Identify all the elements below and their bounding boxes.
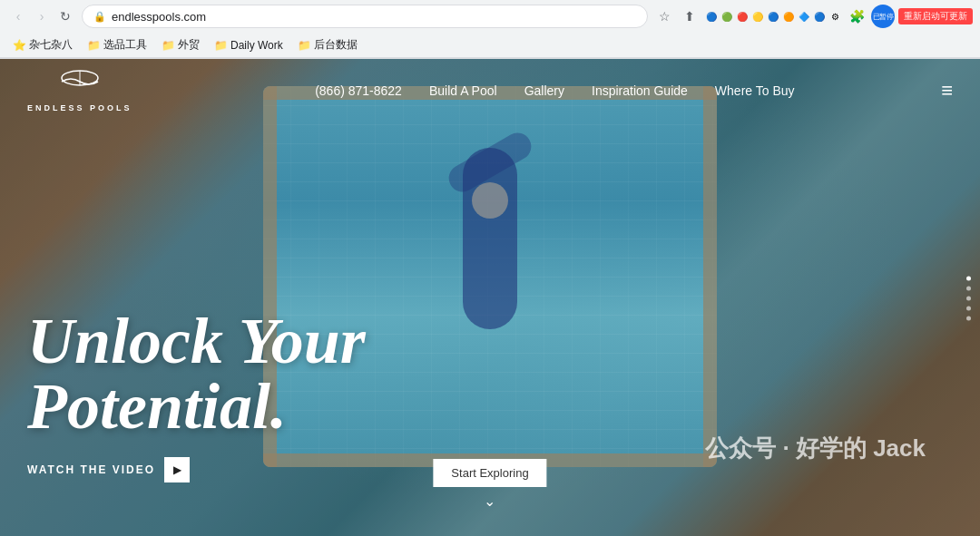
bookmark-icon-4: 📁 (298, 39, 311, 52)
nav-buttons: ‹ › ↻ (7, 5, 76, 27)
ext-icon-9[interactable]: ⚙ (828, 9, 842, 24)
hamburger-menu-icon[interactable]: ≡ (941, 79, 953, 102)
profile-avatar[interactable]: 已暂停 (871, 5, 895, 28)
ext-icon-1[interactable]: 🔵 (704, 9, 719, 24)
reload-button[interactable]: ↻ (54, 5, 76, 27)
bookmark-item-0[interactable]: ⭐ 杂七杂八 (7, 35, 78, 54)
hero-headline: Unlock Your Potential. (27, 308, 366, 439)
dot-2[interactable] (966, 286, 971, 290)
main-nav: ENDLESS POOLS (866) 871-8622 Build A Poo… (0, 59, 980, 122)
bookmark-label-1: 选品工具 (103, 37, 147, 53)
nav-build-pool[interactable]: Build A Pool (429, 83, 497, 98)
bookmark-label-0: 杂七杂八 (29, 37, 73, 53)
dot-4[interactable] (966, 306, 971, 310)
extension-icons: 🔵 🟢 🔴 🟡 🔵 🟠 🔷 🔵 ⚙ (704, 9, 842, 24)
ext-icon-5[interactable]: 🔵 (766, 9, 780, 24)
nav-links: (866) 871-8622 Build A Pool Gallery Insp… (187, 83, 924, 98)
nav-inspiration-guide[interactable]: Inspiration Guide (592, 83, 688, 98)
watch-video-button[interactable]: WATCH THE VIDEO ▶ (27, 457, 366, 482)
bookmark-star-icon[interactable]: ☆ (653, 5, 675, 27)
logo[interactable]: ENDLESS POOLS (27, 69, 132, 112)
browser-toolbar: ‹ › ↻ 🔒 endlesspools.com ☆ ⬆ 🔵 🟢 🔴 🟡 🔵 🟠… (0, 0, 980, 33)
ext-icon-2[interactable]: 🟢 (720, 9, 734, 24)
bookmark-label-4: 后台数据 (314, 37, 358, 53)
lock-icon: 🔒 (93, 11, 106, 23)
dot-5[interactable] (966, 316, 971, 320)
bookmarks-bar: ⭐ 杂七杂八 📁 选品工具 📁 外贸 📁 Daily Work 📁 后台数据 (0, 33, 980, 58)
dot-1[interactable] (966, 276, 971, 280)
bookmark-item-3[interactable]: 📁 Daily Work (209, 37, 289, 54)
bookmark-label-2: 外贸 (178, 37, 200, 53)
start-exploring-container: Start Exploring ⌄ (433, 459, 546, 510)
bookmark-item-1[interactable]: 📁 选品工具 (82, 35, 152, 54)
nav-phone[interactable]: (866) 871-8622 (315, 83, 402, 98)
share-icon[interactable]: ⬆ (679, 5, 701, 27)
hero-headline-line2: Potential. (27, 370, 287, 443)
dot-3[interactable] (966, 296, 971, 300)
bookmark-icon-1: 📁 (87, 39, 101, 52)
update-extension-button[interactable]: 重新启动可更新 (898, 8, 973, 24)
chevron-down-icon: ⌄ (484, 492, 495, 510)
forward-button[interactable]: › (31, 5, 53, 27)
hero-content: Unlock Your Potential. WATCH THE VIDEO ▶ (27, 308, 366, 482)
ext-icon-8[interactable]: 🔵 (812, 9, 827, 24)
ext-icon-6[interactable]: 🟠 (781, 9, 796, 24)
nav-gallery[interactable]: Gallery (524, 83, 564, 98)
bookmark-label-3: Daily Work (230, 39, 283, 52)
hero-headline-line1: Unlock Your (27, 305, 366, 377)
ext-icon-4[interactable]: 🟡 (750, 9, 765, 24)
bookmark-icon-3: 📁 (214, 39, 228, 52)
website-hero: ENDLESS POOLS (866) 871-8622 Build A Poo… (0, 59, 980, 536)
extensions-puzzle-icon[interactable]: 🧩 (846, 5, 867, 27)
avatar-label: 已暂停 (873, 12, 894, 22)
side-dots (966, 276, 971, 320)
watch-video-label: WATCH THE VIDEO (27, 463, 155, 476)
bookmark-icon-2: 📁 (162, 39, 175, 52)
url-text: endlesspools.com (112, 10, 206, 24)
toolbar-right: ☆ ⬆ 🔵 🟢 🔴 🟡 🔵 🟠 🔷 🔵 ⚙ 🧩 已暂停 重新启动可更新 (653, 5, 973, 28)
back-button[interactable]: ‹ (7, 5, 29, 27)
bookmark-icon-0: ⭐ (13, 39, 26, 52)
start-exploring-button[interactable]: Start Exploring (433, 459, 546, 487)
nav-where-to-buy[interactable]: Where To Buy (715, 83, 795, 98)
play-icon[interactable]: ▶ (164, 457, 190, 482)
bookmark-item-2[interactable]: 📁 外贸 (156, 35, 205, 54)
address-bar[interactable]: 🔒 endlesspools.com (82, 5, 648, 28)
browser-chrome: ‹ › ↻ 🔒 endlesspools.com ☆ ⬆ 🔵 🟢 🔴 🟡 🔵 🟠… (0, 0, 980, 59)
logo-symbol (57, 69, 103, 102)
ext-icon-7[interactable]: 🔷 (797, 9, 811, 24)
ext-icon-3[interactable]: 🔴 (735, 9, 750, 24)
logo-text: ENDLESS POOLS (27, 103, 132, 112)
bookmark-item-4[interactable]: 📁 后台数据 (292, 35, 363, 54)
